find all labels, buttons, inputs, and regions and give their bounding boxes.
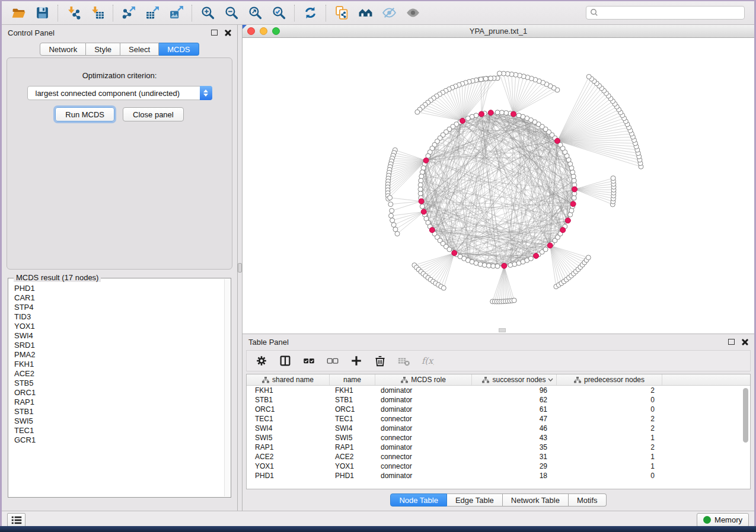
tab-mcds[interactable]: MCDS xyxy=(159,43,199,56)
mcds-result-item[interactable]: TID3 xyxy=(14,312,224,322)
delete-row-icon[interactable] xyxy=(371,352,389,369)
table-cell: 2 xyxy=(557,414,662,424)
zoom-selected-icon[interactable] xyxy=(267,4,291,23)
zoom-fit-icon[interactable] xyxy=(243,4,267,23)
mcds-result-item[interactable]: ORC1 xyxy=(14,388,224,398)
network-hscroll-thumb[interactable] xyxy=(499,328,506,332)
table-scrollbar[interactable] xyxy=(743,387,749,488)
mcds-result-item[interactable]: YOX1 xyxy=(14,322,224,331)
search-input[interactable] xyxy=(586,6,745,20)
close-table-panel-icon[interactable] xyxy=(742,339,748,345)
close-panel-icon[interactable] xyxy=(225,30,231,36)
table-row[interactable]: SWI4SWI4dominator462 xyxy=(247,424,750,433)
mcds-result-item[interactable]: CAR1 xyxy=(14,293,224,303)
mcds-result-item[interactable]: STP4 xyxy=(14,303,224,312)
first-neighbors-icon[interactable] xyxy=(353,4,377,23)
mcds-result-item[interactable]: PHD1 xyxy=(14,284,224,293)
task-history-button[interactable] xyxy=(7,513,25,527)
mcds-result-item[interactable]: RAP1 xyxy=(14,398,224,407)
table-tab-node-table[interactable]: Node Table xyxy=(390,493,447,507)
export-table-icon[interactable] xyxy=(141,4,164,23)
show-all-icon[interactable] xyxy=(401,4,425,23)
mcds-result-item[interactable]: FKH1 xyxy=(14,360,224,369)
table-cell: FKH1 xyxy=(330,386,375,395)
float-panel-icon[interactable] xyxy=(211,30,218,36)
import-table-icon[interactable] xyxy=(85,4,109,23)
columns-icon[interactable] xyxy=(276,352,294,369)
network-window-titlebar[interactable]: YPA_prune.txt_1 xyxy=(243,25,754,38)
table-cell: ACE2 xyxy=(330,452,375,462)
close-panel-button[interactable]: Close panel xyxy=(123,107,184,121)
mcds-result-list[interactable]: PHD1CAR1STP4TID3YOX1SWI4SRD1PMA2FKH1ACE2… xyxy=(9,279,224,496)
table-cell: 46 xyxy=(472,424,557,433)
mcds-result-item[interactable]: ACE2 xyxy=(14,369,224,379)
tab-style[interactable]: Style xyxy=(86,43,120,56)
open-file-icon[interactable] xyxy=(7,4,30,23)
duplicate-network-icon[interactable] xyxy=(330,4,353,23)
main-toolbar xyxy=(2,1,754,25)
run-mcds-button[interactable]: Run MCDS xyxy=(55,107,114,121)
table-row[interactable]: ORC1ORC1dominator610 xyxy=(247,405,750,414)
splitter-grip[interactable] xyxy=(238,263,242,273)
select-all-icon[interactable] xyxy=(300,352,318,369)
network-canvas[interactable] xyxy=(243,38,754,334)
network-graph[interactable] xyxy=(243,38,754,334)
mcds-result-item[interactable]: STB1 xyxy=(14,407,224,416)
settings-icon[interactable] xyxy=(253,352,270,369)
hide-selected-icon[interactable] xyxy=(377,4,401,23)
table-tab-network-table[interactable]: Network Table xyxy=(503,493,569,507)
column-header-predecessor-nodes[interactable]: predecessor nodes xyxy=(557,374,662,385)
mcds-result-item[interactable]: TEC1 xyxy=(14,426,224,435)
table-row[interactable]: PHD1PHD1dominator180 xyxy=(247,471,750,480)
table-cell: dominator xyxy=(375,386,472,395)
column-header-MCDS-role[interactable]: MCDS role xyxy=(375,374,472,385)
toolbar-separator xyxy=(58,5,58,21)
toolbar-separator xyxy=(294,5,295,21)
deselect-all-icon[interactable] xyxy=(324,352,342,369)
table-scrollbar-thumb[interactable] xyxy=(743,388,748,443)
mcds-result-item[interactable]: SWI4 xyxy=(14,331,224,341)
column-header-shared-name[interactable]: shared name xyxy=(247,374,330,385)
mcds-result-item[interactable]: SWI5 xyxy=(14,416,224,426)
export-network-icon[interactable] xyxy=(117,4,141,23)
refresh-icon[interactable] xyxy=(298,4,322,23)
table-row[interactable]: FKH1FKH1dominator962 xyxy=(247,386,750,395)
tab-network[interactable]: Network xyxy=(40,43,86,56)
panel-splitter[interactable] xyxy=(237,25,243,511)
table-cell: 2 xyxy=(557,424,662,433)
control-panel-header: Control Panel xyxy=(2,25,237,40)
table-row[interactable]: TEC1TEC1connector472 xyxy=(247,414,750,424)
table-row[interactable]: RAP1RAP1dominator352 xyxy=(247,443,750,452)
add-row-icon[interactable] xyxy=(347,352,365,369)
table-cell: 62 xyxy=(472,395,557,405)
table-row[interactable]: ACE2ACE2connector311 xyxy=(247,452,750,462)
table-tab-edge-table[interactable]: Edge Table xyxy=(447,493,503,507)
mcds-result-item[interactable]: SRD1 xyxy=(14,341,224,350)
table-row[interactable]: YOX1YOX1connector291 xyxy=(247,462,750,471)
zoom-out-icon[interactable] xyxy=(219,4,243,23)
float-table-panel-icon[interactable] xyxy=(728,339,735,345)
table-cell: connector xyxy=(375,462,472,471)
table-cell: 2 xyxy=(557,443,662,452)
zoom-in-icon[interactable] xyxy=(196,4,219,23)
table-row[interactable]: STB1STB1dominator620 xyxy=(247,395,750,405)
mcds-result-item[interactable]: STB5 xyxy=(14,379,224,388)
save-session-icon[interactable] xyxy=(30,4,54,23)
column-header-name[interactable]: name xyxy=(330,374,375,385)
table-cell: dominator xyxy=(375,471,472,480)
mcds-list-scrollbar[interactable] xyxy=(224,279,230,496)
export-image-icon[interactable] xyxy=(164,4,188,23)
task-list-icon xyxy=(10,514,23,527)
import-network-icon[interactable] xyxy=(62,4,85,23)
optimization-criterion-select[interactable]: largest connected component (undirected) xyxy=(27,86,212,100)
memory-button[interactable]: Memory xyxy=(697,513,749,527)
table-cell: ORC1 xyxy=(330,405,375,414)
table-row[interactable]: SWI5SWI5connector431 xyxy=(247,433,750,443)
column-header-successor-nodes[interactable]: successor nodes xyxy=(472,374,557,385)
tab-select[interactable]: Select xyxy=(120,43,159,56)
table-tab-motifs[interactable]: Motifs xyxy=(569,493,607,507)
mcds-result-item[interactable]: PMA2 xyxy=(14,350,224,360)
table-panel: Table Panel f(x) shared namenameMCDS rol… xyxy=(243,334,754,511)
table-toolbar: f(x) xyxy=(246,350,751,371)
mcds-result-item[interactable]: GCR1 xyxy=(14,435,224,445)
